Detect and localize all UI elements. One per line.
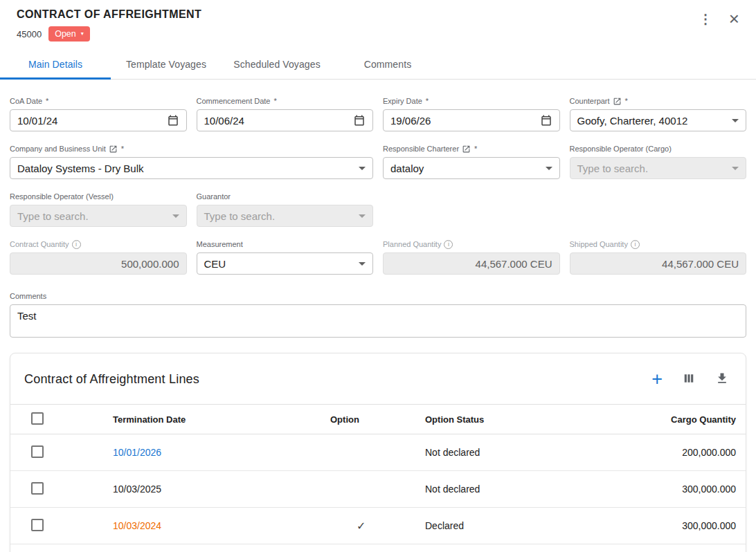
main-details-form: CoA Date* 10/01/24 Commencement Date* 10…	[0, 80, 756, 338]
commencement-date-input[interactable]: 10/06/24	[197, 109, 374, 131]
option-status: Declared	[425, 520, 633, 531]
table-row[interactable]: 10/03/2024 ✓ Declared 300,000.000	[10, 508, 746, 544]
status-badge[interactable]: Open ▾	[48, 26, 90, 42]
tab-scheduled-voyages[interactable]: Scheduled Voyages	[222, 50, 332, 79]
chevron-down-icon	[546, 167, 552, 170]
termination-date-link[interactable]: 10/01/2026	[113, 447, 330, 458]
option-status: Not declared	[425, 484, 633, 495]
external-link-icon[interactable]	[109, 145, 118, 154]
info-icon[interactable]: i	[72, 240, 81, 249]
planned-quantity-label: Planned Quantity i	[383, 239, 560, 249]
field-contract-quantity: Contract Quantity i 500,000.000	[10, 239, 187, 275]
chevron-down-icon	[732, 119, 739, 122]
tab-main-details[interactable]: Main Details	[0, 50, 111, 79]
page-title: CONTRACT OF AFFREIGHTMENT	[17, 8, 739, 21]
external-link-icon[interactable]	[462, 145, 471, 154]
contract-quantity-label: Contract Quantity i	[10, 239, 187, 249]
field-counterpart: Counterpart * Goofy, Charterer, 40012	[570, 96, 747, 131]
chevron-down-icon	[732, 167, 739, 170]
company-business-unit-label: Company and Business Unit *	[10, 144, 373, 154]
field-commencement-date: Commencement Date* 10/06/24	[197, 96, 374, 131]
comments-textarea[interactable]: Test	[10, 304, 746, 338]
chevron-down-icon	[359, 214, 366, 218]
responsible-operator-cargo-label: Responsible Operator (Cargo)	[570, 144, 747, 154]
calendar-icon[interactable]	[540, 114, 552, 127]
chevron-down-icon	[359, 167, 366, 170]
responsible-operator-vessel-select: Type to search.	[10, 205, 187, 227]
cargo-quantity: 300,000.000	[633, 484, 736, 495]
field-guarantor: Guarantor Type to search.	[197, 192, 374, 227]
expiry-date-input[interactable]: 19/06/26	[383, 109, 560, 131]
contract-quantity-input: 500,000.000	[10, 252, 187, 275]
shipped-quantity-label: Shipped Quantity i	[570, 239, 747, 249]
column-header-option[interactable]: Option	[330, 414, 425, 425]
lines-title: Contract of Affreightment Lines	[24, 372, 199, 387]
expiry-date-label: Expiry Date*	[383, 96, 560, 106]
download-icon[interactable]	[714, 370, 730, 388]
table-row[interactable]: 10/01/2026 Not declared 200,000.000	[10, 434, 746, 471]
column-header-cargo-quantity[interactable]: Cargo Quantity	[633, 414, 736, 425]
table-row[interactable]: 10/03/2025 Not declared 300,000.000	[10, 471, 746, 508]
guarantor-select: Type to search.	[197, 205, 374, 227]
info-icon[interactable]: i	[631, 240, 640, 249]
tab-bar: Main Details Template Voyages Scheduled …	[0, 50, 756, 80]
responsible-charterer-label: Responsible Charterer *	[383, 144, 560, 154]
commencement-date-label: Commencement Date*	[197, 96, 374, 106]
field-comments: Comments Test	[10, 291, 746, 338]
field-responsible-operator-vessel: Responsible Operator (Vessel) Type to se…	[10, 192, 187, 227]
chevron-down-icon	[359, 262, 366, 266]
tab-template-voyages[interactable]: Template Voyages	[111, 50, 222, 79]
termination-date-link[interactable]: 10/03/2024	[113, 520, 330, 531]
field-planned-quantity: Planned Quantity i 44,567.000 CEU	[383, 239, 560, 275]
guarantor-label: Guarantor	[197, 192, 374, 201]
coa-date-label: CoA Date*	[10, 96, 187, 106]
external-link-icon[interactable]	[613, 97, 622, 106]
cargo-quantity: 300,000.000	[633, 520, 736, 531]
chevron-down-icon	[172, 214, 179, 218]
tab-comments[interactable]: Comments	[332, 50, 443, 79]
termination-date[interactable]: 10/03/2025	[113, 484, 330, 495]
planned-quantity-input: 44,567.000 CEU	[383, 252, 560, 275]
status-label: Open	[55, 29, 76, 39]
calendar-icon[interactable]	[167, 114, 179, 127]
row-checkbox[interactable]	[31, 445, 44, 458]
counterpart-select[interactable]: Goofy, Charterer, 40012	[570, 109, 747, 131]
coa-number: 45000	[17, 29, 42, 39]
field-measurement: Measurement CEU	[197, 239, 374, 275]
add-line-button[interactable]: +	[650, 369, 664, 390]
coa-date-input[interactable]: 10/01/24	[10, 109, 187, 131]
row-checkbox[interactable]	[31, 519, 44, 531]
responsible-operator-cargo-select: Type to search.	[570, 157, 747, 179]
calendar-icon[interactable]	[353, 114, 366, 127]
cargo-quantity: 200,000.000	[633, 447, 736, 458]
field-responsible-operator-cargo: Responsible Operator (Cargo) Type to sea…	[570, 144, 747, 179]
option-check-icon: ✓	[330, 519, 425, 533]
field-company-business-unit: Company and Business Unit * Dataloy Syst…	[10, 144, 373, 179]
company-business-unit-select[interactable]: Dataloy Systems - Dry Bulk	[10, 157, 373, 179]
table-header: Termination Date Option Option Status Ca…	[10, 404, 746, 434]
counterpart-label: Counterpart *	[570, 96, 747, 106]
responsible-operator-vessel-label: Responsible Operator (Vessel)	[10, 192, 187, 201]
shipped-quantity-input: 44,567.000 CEU	[570, 252, 747, 275]
close-icon[interactable]: ×	[728, 8, 741, 29]
header: CONTRACT OF AFFREIGHTMENT 45000 Open ▾ ⋮…	[0, 0, 756, 42]
column-header-termination-date[interactable]: Termination Date	[113, 414, 330, 425]
caret-down-icon: ▾	[81, 31, 84, 37]
kebab-menu-icon[interactable]: ⋮	[698, 11, 714, 27]
measurement-select[interactable]: CEU	[197, 252, 374, 275]
measurement-label: Measurement	[197, 239, 374, 249]
field-responsible-charterer: Responsible Charterer * dataloy	[383, 144, 560, 179]
comments-label: Comments	[10, 291, 746, 301]
column-header-option-status[interactable]: Option Status	[425, 414, 633, 425]
option-status: Not declared	[425, 447, 633, 458]
coa-lines-card: Contract of Affreightment Lines + Termin…	[10, 353, 746, 552]
row-checkbox[interactable]	[31, 482, 44, 495]
field-shipped-quantity: Shipped Quantity i 44,567.000 CEU	[570, 239, 747, 275]
field-expiry-date: Expiry Date* 19/06/26	[383, 96, 560, 131]
responsible-charterer-select[interactable]: dataloy	[383, 157, 560, 179]
columns-icon[interactable]	[681, 370, 697, 388]
info-icon[interactable]: i	[444, 240, 453, 249]
field-coa-date: CoA Date* 10/01/24	[10, 96, 187, 131]
select-all-checkbox[interactable]	[31, 412, 44, 425]
